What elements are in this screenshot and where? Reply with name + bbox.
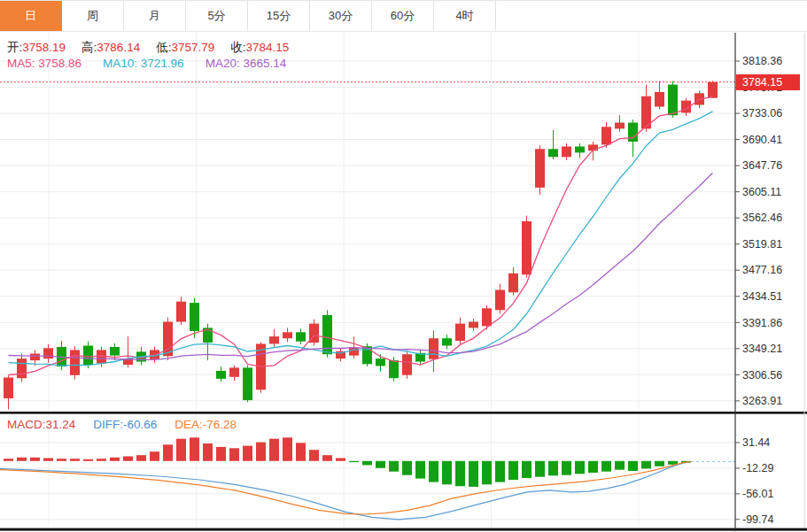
macd-histogram-bar[interactable]	[362, 461, 372, 466]
candle-body[interactable]	[4, 378, 13, 399]
macd-histogram-bar[interactable]	[349, 461, 359, 462]
candle-body[interactable]	[176, 302, 186, 322]
macd-histogram-bar[interactable]	[562, 461, 571, 475]
macd-histogram-bar[interactable]	[535, 461, 545, 477]
candle-body[interactable]	[30, 354, 40, 361]
candle-body[interactable]	[83, 346, 93, 366]
macd-histogram-bar[interactable]	[455, 461, 465, 486]
candle-body[interactable]	[482, 308, 492, 326]
tab-weekly[interactable]: 周	[62, 1, 124, 31]
macd-histogram-bar[interactable]	[163, 444, 173, 461]
tab-4hour[interactable]: 4时	[434, 1, 496, 31]
tab-30min[interactable]: 30分	[310, 1, 372, 31]
candle-body[interactable]	[283, 332, 292, 338]
tab-15min[interactable]: 15分	[248, 1, 310, 31]
chart-canvas[interactable]: 3818.363775.713733.063690.413647.763605.…	[0, 0, 807, 532]
candle-body[interactable]	[229, 367, 239, 376]
macd-histogram-bar[interactable]	[469, 461, 478, 487]
candle-body[interactable]	[43, 348, 53, 359]
candle-body[interactable]	[269, 336, 279, 343]
candle-body[interactable]	[243, 367, 252, 400]
macd-histogram-bar[interactable]	[176, 439, 186, 461]
candle-body[interactable]	[522, 221, 532, 274]
macd-histogram-bar[interactable]	[402, 461, 412, 475]
macd-histogram-bar[interactable]	[150, 451, 159, 461]
macd-histogram-bar[interactable]	[83, 459, 93, 461]
macd-histogram-bar[interactable]	[296, 443, 306, 461]
macd-histogram-bar[interactable]	[522, 461, 532, 478]
candle-body[interactable]	[495, 290, 505, 311]
macd-histogram-bar[interactable]	[415, 461, 425, 479]
candle-body[interactable]	[455, 324, 465, 341]
candle-body[interactable]	[190, 303, 199, 331]
candle-body[interactable]	[376, 359, 385, 366]
candle-body[interactable]	[17, 359, 27, 378]
macd-histogram-bar[interactable]	[575, 461, 585, 474]
macd-histogram-bar[interactable]	[283, 437, 292, 461]
macd-histogram-bar[interactable]	[309, 450, 319, 461]
macd-histogram-bar[interactable]	[322, 455, 332, 461]
candle-body[interactable]	[575, 147, 585, 153]
macd-histogram-bar[interactable]	[376, 461, 385, 468]
macd-histogram-bar[interactable]	[229, 448, 239, 461]
candle-body[interactable]	[402, 354, 412, 375]
candle-body[interactable]	[349, 348, 359, 356]
candle-body[interactable]	[655, 92, 664, 107]
macd-histogram-bar[interactable]	[601, 461, 611, 472]
macd-histogram-bar[interactable]	[190, 437, 199, 461]
macd-axis-label: -56.01	[742, 488, 773, 500]
macd-histogram-bar[interactable]	[269, 439, 279, 461]
tab-60min[interactable]: 60分	[372, 1, 434, 31]
macd-histogram-bar[interactable]	[548, 461, 558, 476]
macd-histogram-bar[interactable]	[203, 443, 213, 461]
macd-histogram-bar[interactable]	[216, 447, 226, 461]
dea-value: DEA:-76.28	[175, 418, 237, 431]
candle-body[interactable]	[601, 127, 611, 144]
tab-monthly[interactable]: 月	[124, 1, 186, 31]
macd-histogram-bar[interactable]	[641, 461, 651, 469]
macd-histogram-bar[interactable]	[17, 458, 27, 461]
macd-histogram-bar[interactable]	[110, 458, 120, 461]
candle-body[interactable]	[548, 149, 558, 157]
macd-histogram-bar[interactable]	[136, 455, 146, 461]
macd-histogram-bar[interactable]	[495, 461, 505, 482]
candle-body[interactable]	[70, 350, 80, 374]
macd-histogram-bar[interactable]	[243, 446, 252, 461]
candle-body[interactable]	[668, 85, 678, 116]
macd-histogram-bar[interactable]	[97, 459, 106, 461]
tab-5min[interactable]: 5分	[186, 1, 248, 31]
candle-body[interactable]	[389, 360, 399, 378]
candle-body[interactable]	[562, 147, 571, 158]
macd-histogram-bar[interactable]	[256, 443, 266, 461]
tab-daily[interactable]: 日	[0, 1, 62, 31]
macd-histogram-bar[interactable]	[482, 461, 492, 485]
macd-histogram-bar[interactable]	[588, 461, 598, 473]
candle-body[interactable]	[469, 322, 478, 328]
macd-histogram-bar[interactable]	[655, 461, 664, 466]
candle-body[interactable]	[429, 338, 438, 359]
macd-histogram-bar[interactable]	[442, 461, 452, 485]
macd-histogram-bar[interactable]	[123, 457, 133, 461]
macd-histogram-bar[interactable]	[70, 459, 80, 461]
candle-body[interactable]	[442, 338, 452, 345]
macd-histogram-bar[interactable]	[615, 461, 625, 470]
candle-body[interactable]	[110, 347, 120, 356]
candle-body[interactable]	[508, 274, 518, 293]
macd-histogram-bar[interactable]	[429, 461, 438, 482]
macd-histogram-bar[interactable]	[336, 459, 345, 461]
macd-histogram-bar[interactable]	[628, 461, 638, 471]
open-value: 3758.19	[22, 41, 66, 54]
candle-body[interactable]	[296, 332, 306, 341]
macd-histogram-bar[interactable]	[4, 459, 13, 461]
macd-histogram-bar[interactable]	[43, 459, 53, 461]
diff-line	[0, 462, 691, 520]
candle-body[interactable]	[708, 82, 718, 98]
macd-histogram-bar[interactable]	[57, 459, 66, 461]
candle-body[interactable]	[615, 123, 625, 129]
macd-histogram-bar[interactable]	[30, 458, 40, 461]
macd-histogram-bar[interactable]	[389, 461, 399, 472]
candle-body[interactable]	[628, 123, 638, 143]
candle-body[interactable]	[535, 149, 545, 188]
macd-histogram-bar[interactable]	[508, 461, 518, 480]
candle-body[interactable]	[216, 371, 226, 379]
